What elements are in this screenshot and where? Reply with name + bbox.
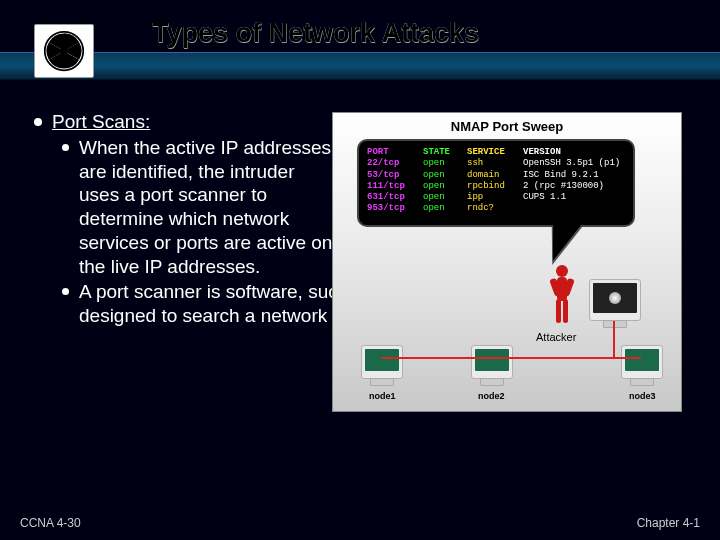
speech-tail xyxy=(543,225,581,261)
col-service: SERVICE xyxy=(467,147,523,158)
bullet-icon xyxy=(62,144,69,151)
svg-point-2 xyxy=(556,265,568,277)
sub-bullet-1-text: When the active IP addresses are identif… xyxy=(79,136,339,279)
svg-point-1 xyxy=(61,48,68,55)
footer-right: Chapter 4-1 xyxy=(637,516,700,530)
attacker-icon xyxy=(547,263,577,327)
bullet-icon xyxy=(62,288,69,295)
network-wire xyxy=(381,357,641,359)
svg-rect-7 xyxy=(563,299,568,323)
node-label: node1 xyxy=(369,391,396,401)
bullet-icon xyxy=(34,118,42,126)
col-port: PORT xyxy=(367,147,423,158)
figure-title: NMAP Port Sweep xyxy=(333,119,681,134)
network-wire xyxy=(613,321,615,357)
header-band xyxy=(0,52,720,80)
col-version: VERSION xyxy=(523,147,625,158)
node-label: node3 xyxy=(629,391,656,401)
slide-title: Types of Network Attacks xyxy=(152,18,479,49)
node-computer-icon xyxy=(621,345,663,379)
logo-icon xyxy=(34,24,94,78)
bullet-main-text: Port Scans: xyxy=(52,111,150,132)
attacker-computer-icon xyxy=(589,279,641,321)
node-computer-icon xyxy=(471,345,513,379)
terminal-bubble: PORT STATE SERVICE VERSION 22/tcpopenssh… xyxy=(357,139,635,227)
svg-rect-6 xyxy=(556,299,561,323)
attacker-label: Attacker xyxy=(536,331,576,343)
col-state: STATE xyxy=(423,147,467,158)
footer-left: CCNA 4-30 xyxy=(20,516,81,530)
diagram-figure: NMAP Port Sweep PORT STATE SERVICE VERSI… xyxy=(332,112,682,412)
node-label: node2 xyxy=(478,391,505,401)
radiation-icon xyxy=(43,30,85,72)
node-computer-icon xyxy=(361,345,403,379)
